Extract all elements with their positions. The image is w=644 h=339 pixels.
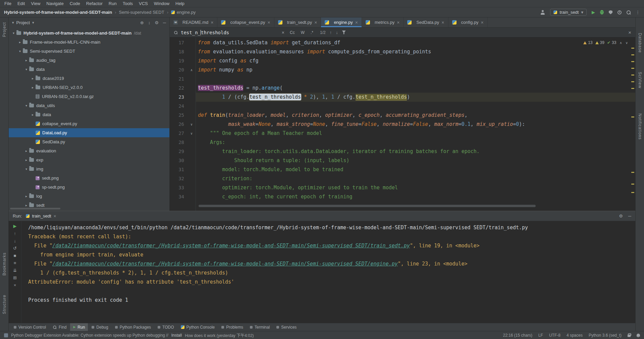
chevron-collapsed-icon[interactable]: ▸ — [30, 113, 36, 116]
chevron-down-icon[interactable] — [12, 20, 14, 25]
chevron-expanded-icon[interactable] — [11, 31, 16, 35]
editor-tab[interactable]: engine.py — [321, 17, 362, 27]
status-segment[interactable]: 4 spaces — [567, 333, 583, 338]
breadcrumb-item[interactable]: Semi-supervised SEDT — [119, 10, 164, 15]
menu-item-window[interactable]: Window — [151, 0, 172, 7]
chevron-collapsed-icon[interactable]: ▸ — [23, 58, 29, 62]
tree-item[interactable]: Hybrid-system-of-frame-wise-model-and-SE… — [9, 29, 169, 38]
tool-window-button-python-console[interactable]: Python Console — [178, 323, 218, 331]
notifications-icon[interactable] — [637, 334, 640, 337]
warning-stripe-mark[interactable] — [631, 61, 634, 62]
tree-item[interactable]: ▸dcase2019 — [9, 74, 169, 83]
menu-item-vcs[interactable]: VCS — [136, 0, 151, 7]
tree-item[interactable]: ▸data — [9, 110, 169, 119]
minimize-panel-icon[interactable] — [628, 213, 631, 219]
search-toggle--[interactable]: .* — [309, 30, 315, 35]
tree-item[interactable]: DataLoad.py — [9, 128, 169, 137]
tool-window-button-find[interactable]: Find — [50, 323, 69, 331]
search-field[interactable]: test_n_thresholds — [174, 30, 284, 35]
menu-item-file[interactable]: File — [1, 0, 14, 7]
print-button[interactable]: ⊞ — [13, 276, 17, 280]
inspection-warning[interactable]: 13 — [583, 38, 592, 47]
close-tab-icon[interactable] — [268, 20, 270, 25]
close-tab-icon[interactable] — [314, 20, 317, 25]
tool-window-button-debug[interactable]: Debug — [89, 323, 111, 331]
fold-marker[interactable]: ∨ — [191, 129, 193, 138]
warning-stripe-mark[interactable] — [631, 172, 634, 173]
scroll-to-end-button[interactable]: ⇊ — [13, 268, 17, 273]
tree-item[interactable]: URBAN-SED_v2.0.0.tar.gz — [9, 92, 169, 101]
search-toggle-w[interactable]: W — [300, 30, 306, 35]
menu-item-tools[interactable]: Tools — [120, 0, 136, 7]
how-it-works-link[interactable]: How does it work (yesterday 下午4:02) — [185, 332, 254, 338]
fold-marker[interactable]: ∨ — [191, 120, 193, 129]
stop-button[interactable]: ■ — [14, 253, 16, 258]
install-link[interactable]: Install — [171, 333, 182, 338]
tool-stripe-label-notifications[interactable]: Notifications — [638, 113, 642, 140]
clear-search-icon[interactable] — [282, 30, 284, 35]
status-segment[interactable]: 22:16 (15 chars) — [503, 333, 532, 338]
close-tab-icon[interactable] — [481, 20, 484, 25]
breadcrumb-item[interactable]: engine.py — [171, 10, 196, 15]
warning-stripe-mark[interactable] — [631, 116, 634, 117]
filter-icon[interactable] — [342, 31, 346, 34]
search-toggle-cc[interactable]: Cc — [288, 30, 296, 35]
close-tab-icon[interactable] — [397, 20, 399, 25]
tree-item[interactable]: img — [9, 164, 169, 174]
tree-item[interactable]: Semi-supervised SEDT — [9, 47, 169, 56]
soft-wrap-button[interactable]: ≡ — [14, 261, 16, 265]
warning-stripe-mark[interactable] — [631, 88, 634, 89]
menu-item-navigate[interactable]: Navigate — [43, 0, 66, 7]
status-segment[interactable]: LF — [538, 333, 543, 338]
restore-layout-button[interactable]: ↺ — [13, 246, 17, 250]
chevron-collapsed-icon[interactable]: ▸ — [30, 86, 36, 89]
run-config-dropdown[interactable]: train_sedt — [550, 9, 587, 16]
chevron-collapsed-icon[interactable]: ▸ — [23, 203, 29, 207]
tree-item[interactable]: ▸audio_tag — [9, 56, 169, 65]
clear-all-button[interactable]: × — [14, 283, 16, 287]
user-icon[interactable] — [540, 10, 545, 15]
tool-stripe-label-project[interactable]: Project — [2, 22, 7, 37]
tool-window-button-run[interactable]: Run — [70, 323, 88, 331]
tree-item[interactable]: ▸Frame-wise-model-MLFL-CNN-main — [9, 38, 169, 47]
run-tab[interactable]: train_sedt — [26, 213, 56, 219]
menu-item-help[interactable]: Help — [172, 0, 187, 7]
tree-item[interactable]: sp-sedt.png — [9, 183, 169, 192]
collapse-region-icon[interactable] — [620, 38, 622, 47]
rerun-button[interactable]: ▶ — [13, 224, 17, 228]
horizontal-scrollbar[interactable] — [199, 205, 536, 207]
warning-stripe-mark[interactable] — [631, 184, 634, 185]
chevron-expanded-icon[interactable] — [23, 167, 29, 171]
tree-item[interactable]: ▸exp — [9, 155, 169, 164]
more-icon[interactable] — [636, 10, 640, 14]
gear-icon[interactable] — [619, 213, 623, 219]
chevron-expanded-icon[interactable] — [23, 104, 29, 107]
expand-collapse-button[interactable] — [148, 20, 151, 25]
hide-panel-button[interactable] — [163, 20, 166, 25]
editor-tab[interactable]: train_sedt.py — [274, 17, 321, 27]
run-button[interactable] — [592, 10, 595, 14]
chevron-collapsed-icon[interactable]: ▸ — [23, 158, 29, 162]
next-match-button[interactable] — [336, 30, 338, 35]
tree-item[interactable]: data_utils — [9, 101, 169, 110]
tool-stripe-label-bookmarks[interactable]: Bookmarks — [2, 252, 7, 276]
search-everywhere-icon[interactable] — [627, 10, 631, 14]
tree-item[interactable]: ▸evaluation — [9, 146, 169, 155]
tool-stripe-label-structure[interactable]: Structure — [2, 295, 7, 314]
inspection-warning2[interactable]: 39 — [595, 38, 604, 47]
menu-item-code[interactable]: Code — [67, 0, 83, 7]
tree-item[interactable]: sedt.png — [9, 174, 169, 183]
lock-icon[interactable] — [628, 335, 631, 337]
menu-item-edit[interactable]: Edit — [14, 0, 28, 7]
tool-window-button-services[interactable]: Services — [273, 323, 300, 331]
tool-window-button-problems[interactable]: Problems — [218, 323, 246, 331]
close-tab-icon[interactable] — [211, 20, 213, 25]
tree-item[interactable]: ▸log — [9, 192, 169, 201]
tool-stripe-label-sciview[interactable]: SciView — [638, 72, 642, 88]
chevron-collapsed-icon[interactable]: ▸ — [23, 149, 29, 153]
warning-stripe-mark[interactable] — [631, 75, 634, 76]
chevron-collapsed-icon[interactable]: ▸ — [17, 40, 23, 44]
chevron-collapsed-icon[interactable]: ▸ — [23, 194, 29, 198]
tool-window-button-todo[interactable]: TODO — [155, 323, 177, 331]
coverage-button[interactable] — [609, 10, 612, 14]
